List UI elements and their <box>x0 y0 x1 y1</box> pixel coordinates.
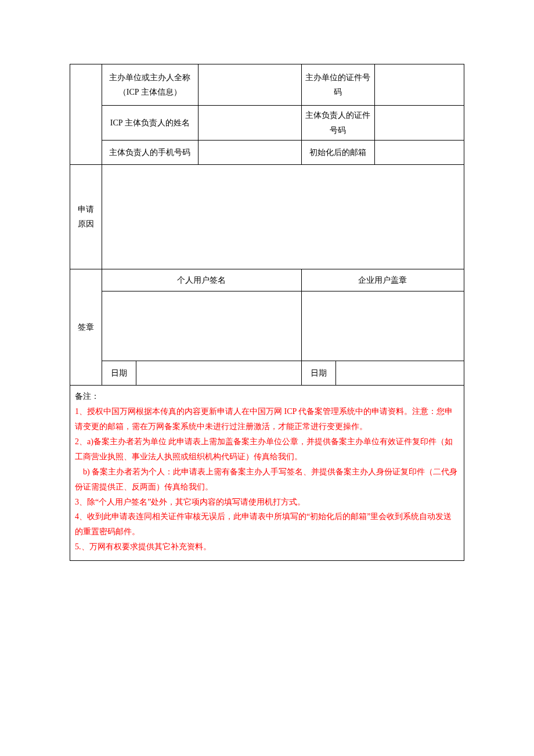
date-label-personal: 日期 <box>102 361 136 386</box>
sign-corp-header: 企业用户盖章 <box>301 269 464 291</box>
field-value-email[interactable] <box>374 140 464 164</box>
field-value-phone[interactable] <box>198 140 301 164</box>
remark-1: 1、授权中国万网根据本传真的内容更新申请人在中国万网 ICP 代备案管理系统中的… <box>75 407 453 431</box>
remark-3: 3、除“个人用户签名”处外，其它项内容的填写请使用机打方式。 <box>75 498 305 506</box>
info-section-label <box>70 64 102 165</box>
date-value-personal[interactable] <box>136 361 301 386</box>
field-label-email: 初始化后的邮箱 <box>301 140 374 164</box>
form-table: 主办单位或主办人全称（ICP 主体信息） 主办单位的证件号码 ICP 主体负责人… <box>70 64 464 561</box>
remarks-cell: 备注： 1、授权中国万网根据本传真的内容更新申请人在中国万网 ICP 代备案管理… <box>70 386 464 561</box>
field-label-person-id: 主体负责人的证件号码 <box>301 106 374 140</box>
field-value-sponsor-id[interactable] <box>374 64 464 106</box>
field-label-person-name: ICP 主体负责人的姓名 <box>102 106 198 140</box>
remark-5: 5.、万网有权要求提供其它补充资料。 <box>75 542 211 551</box>
sign-personal-header: 个人用户签名 <box>102 269 301 291</box>
sign-personal-area[interactable] <box>102 291 301 361</box>
reason-value[interactable] <box>102 164 464 269</box>
remark-4: 4、收到此申请表连同相关证件审核无误后，此申请表中所填写的“初始化后的邮箱”里会… <box>75 512 452 536</box>
remark-2b: b) 备案主办者若为个人：此申请表上需有备案主办人手写签名、并提供备案主办人身份… <box>75 467 457 491</box>
field-label-phone: 主体负责人的手机号码 <box>102 140 198 164</box>
field-label-sponsor-name: 主办单位或主办人全称（ICP 主体信息） <box>102 64 198 106</box>
field-value-sponsor-name[interactable] <box>198 64 301 106</box>
reason-label: 申请原因 <box>70 164 102 269</box>
sign-corp-area[interactable] <box>301 291 464 361</box>
remark-2a: 2、a)备案主办者若为单位 此申请表上需加盖备案主办单位公章，并提供备案主办单位… <box>75 437 453 461</box>
date-label-corp: 日期 <box>301 361 335 386</box>
field-value-person-name[interactable] <box>198 106 301 140</box>
field-label-sponsor-id: 主办单位的证件号码 <box>301 64 374 106</box>
field-value-person-id[interactable] <box>374 106 464 140</box>
remarks-title: 备注： <box>75 392 99 401</box>
sign-label: 签章 <box>70 269 102 385</box>
date-value-corp[interactable] <box>336 361 464 386</box>
